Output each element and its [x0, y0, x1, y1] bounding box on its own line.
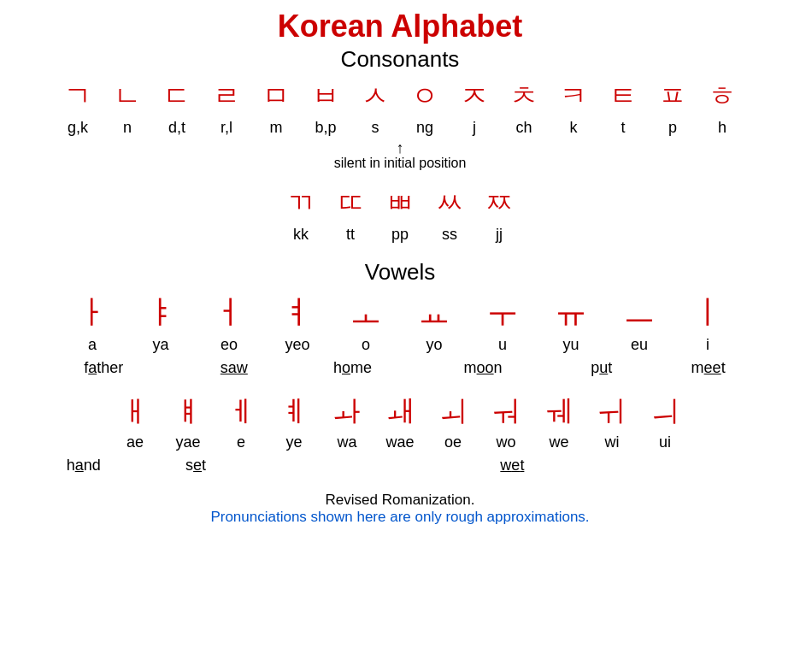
vowel-korean: ㅑ [138, 291, 183, 334]
double-consonants-roman-row: kkttppssjj [284, 226, 516, 244]
example-set: set [134, 457, 256, 475]
vowel2-roman: yae [169, 433, 207, 451]
double-consonant-roman: pp [383, 226, 417, 244]
consonant-roman: t [606, 119, 640, 137]
consonants-heading: Consonants [341, 46, 460, 73]
vowel-roman: a [70, 336, 115, 354]
vowel2-korean: ㅔ [222, 392, 260, 432]
vowel-roman: o [344, 336, 388, 354]
vowels-korean-row2: ㅐㅒㅔㅖㅘㅙㅚㅝㅞㅟㅢ [116, 392, 684, 432]
consonant-roman: p [656, 119, 690, 137]
consonant-roman: g,k [61, 119, 95, 137]
consonants-korean-row: ㄱㄴㄷㄹㅁㅂㅅㅇㅈㅊㅋㅌㅍㅎ [61, 78, 739, 115]
vowel2-korean: ㅞ [540, 392, 578, 432]
double-consonant-roman: ss [432, 226, 467, 244]
consonant-korean: ㅅ [358, 78, 392, 115]
double-consonant-korean: ㄲ [284, 185, 318, 222]
vowel2-roman: wi [593, 433, 631, 451]
vowel2-roman: oe [434, 433, 472, 451]
vowel2-roman: e [222, 433, 260, 451]
double-consonant-korean: ㅃ [383, 185, 417, 222]
consonant-korean: ㅂ [309, 78, 343, 115]
vowel-korean: ㅕ [275, 291, 320, 334]
consonants-roman-row: g,knd,tr,lmb,psngjchktph [61, 119, 739, 137]
arrow-up-icon: ↑ [397, 140, 404, 156]
consonant-korean: ㅈ [457, 78, 491, 115]
consonant-roman: b,p [309, 119, 343, 137]
consonant-roman: k [556, 119, 591, 137]
vowel-roman: u [480, 336, 525, 354]
vowel-roman: yeo [275, 336, 320, 354]
double-consonant-korean: ㅆ [432, 185, 467, 222]
vowel-korean: ㅣ [685, 291, 730, 334]
footer-approximations: Pronunciations shown here are only rough… [210, 509, 589, 526]
vowel2-roman: ye [275, 433, 313, 451]
consonant-roman: d,t [160, 119, 194, 137]
vowel-roman: yu [549, 336, 593, 354]
double-consonant-korean: ㄸ [333, 185, 368, 222]
vowel-korean: ㅡ [617, 291, 662, 334]
consonant-korean: ㄷ [160, 78, 194, 115]
consonant-roman: h [705, 119, 739, 137]
vowel2-roman: ae [116, 433, 154, 451]
vowel-roman: yo [412, 336, 456, 354]
consonant-roman: r,l [209, 119, 244, 137]
vowel-korean: ㅏ [70, 291, 115, 334]
consonant-korean: ㅊ [507, 78, 541, 115]
double-consonant-korean: ㅉ [482, 185, 516, 222]
vowel2-korean: ㅟ [593, 392, 631, 432]
ng-note-block: ↑ silent in initial position [334, 140, 467, 171]
consonant-korean: ㅍ [656, 78, 690, 115]
vowel2-roman: wo [487, 433, 525, 451]
consonant-korean: ㄹ [209, 78, 244, 115]
consonant-korean: ㅋ [556, 78, 591, 115]
vowel-roman: eo [207, 336, 251, 354]
vowels-roman-row2: aeyaeeyewawaeoewowewiui [116, 433, 684, 451]
examples-row2: hand set wet [32, 457, 768, 475]
vowel-korean: ㅠ [549, 291, 593, 334]
consonant-korean: ㅁ [259, 78, 293, 115]
example-put: put [554, 359, 649, 377]
example-wet-underline: wet [462, 457, 563, 475]
double-consonant-roman: tt [333, 226, 368, 244]
page-title: Korean Alphabet [278, 9, 523, 44]
vowels-roman-row1: ayaeoyeooyouyueui [70, 336, 730, 354]
example-hand: hand [32, 457, 134, 475]
double-consonant-roman: kk [284, 226, 318, 244]
vowel2-korean: ㅚ [434, 392, 472, 432]
double-consonant-roman: jj [482, 226, 516, 244]
vowel-roman: eu [617, 336, 662, 354]
consonant-korean: ㅌ [606, 78, 640, 115]
example-home: home [293, 359, 412, 377]
vowel2-korean: ㅝ [487, 392, 525, 432]
vowel-roman: i [685, 336, 730, 354]
consonant-roman: ng [408, 119, 442, 137]
consonant-korean: ㅎ [705, 78, 739, 115]
vowel2-korean: ㅢ [646, 392, 684, 432]
consonant-roman: n [110, 119, 144, 137]
vowel2-korean: ㅙ [381, 392, 419, 432]
vowel2-roman: we [540, 433, 578, 451]
consonant-korean: ㄱ [61, 78, 95, 115]
consonant-roman: j [457, 119, 491, 137]
consonant-roman: s [358, 119, 392, 137]
example-father: father [32, 359, 174, 377]
consonant-korean: ㄴ [110, 78, 144, 115]
vowel2-roman: ui [646, 433, 684, 451]
consonant-roman: m [259, 119, 293, 137]
ng-note-text: silent in initial position [334, 156, 467, 171]
example-meet: meet [649, 359, 768, 377]
example-moon: moon [412, 359, 554, 377]
consonant-roman: ch [507, 119, 541, 137]
double-consonants-korean-row: ㄲㄸㅃㅆㅉ [284, 185, 516, 222]
vowel-korean: ㅓ [207, 291, 251, 334]
example-saw: saw [174, 359, 293, 377]
vowel-roman: ya [138, 336, 183, 354]
vowel2-korean: ㅘ [328, 392, 366, 432]
footer-revised: Revised Romanization. [210, 492, 589, 509]
vowel2-korean: ㅖ [275, 392, 313, 432]
vowels-heading: Vowels [365, 259, 435, 286]
vowel-korean: ㅛ [412, 291, 456, 334]
vowel2-roman: wae [381, 433, 419, 451]
vowel2-roman: wa [328, 433, 366, 451]
